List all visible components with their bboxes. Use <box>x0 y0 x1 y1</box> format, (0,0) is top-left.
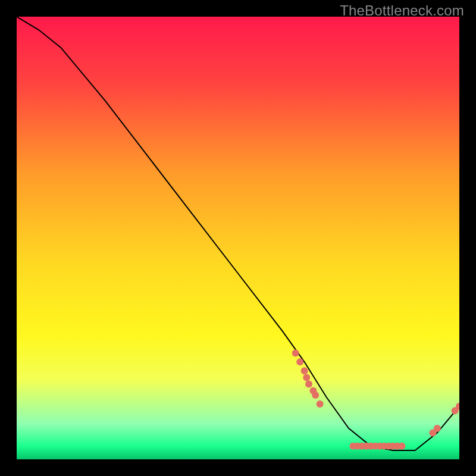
marker-point <box>305 381 312 388</box>
chart-svg <box>17 17 459 459</box>
marker-point <box>292 349 299 356</box>
marker-point <box>398 443 405 450</box>
chart-frame: TheBottleneck.com <box>0 0 476 476</box>
marker-point <box>301 367 308 374</box>
marker-point <box>312 392 319 399</box>
watermark-text: TheBottleneck.com <box>340 2 464 19</box>
marker-point <box>434 425 441 432</box>
marker-point <box>296 358 303 365</box>
marker-point <box>317 400 324 408</box>
marker-point <box>303 374 310 381</box>
chart-background <box>17 17 459 459</box>
